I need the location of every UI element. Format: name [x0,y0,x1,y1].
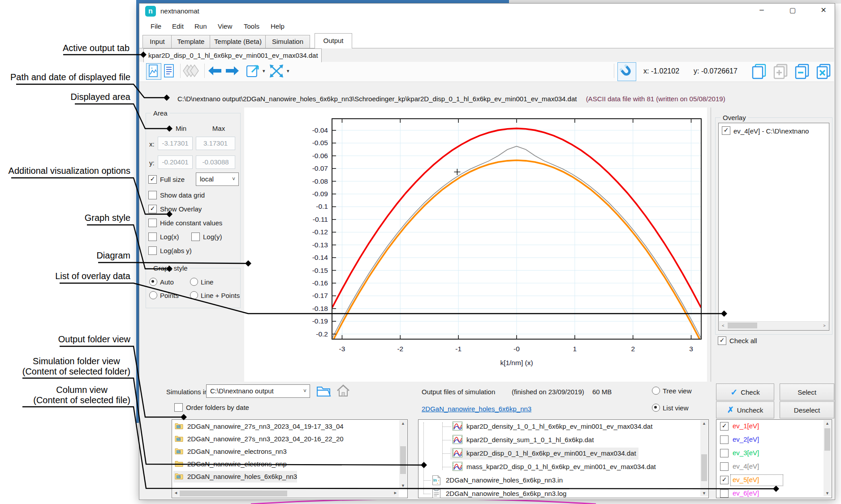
pages-close-icon[interactable] [815,63,832,79]
menu-file[interactable]: File [151,22,161,30]
scroll-right-icon[interactable]: ► [393,491,397,495]
column-name[interactable]: ev_2[eV] [733,435,759,443]
tab-template-beta[interactable]: Template (Beta) [210,35,266,48]
tab-simulation[interactable]: Simulation [265,35,310,48]
scale-dropdown[interactable]: local ˅ [196,172,239,186]
x-max-input[interactable]: 3.17301 [196,137,235,150]
home-icon[interactable] [336,384,350,398]
hide-constant-checkbox[interactable] [148,219,157,227]
column-name[interactable]: ev_4[eV] [733,462,759,470]
menu-tools[interactable]: Tools [244,22,259,30]
log-abs-checkbox[interactable] [148,246,157,255]
column-checkbox[interactable] [720,462,729,471]
radio-line[interactable] [190,278,198,286]
pages-remove-icon[interactable] [794,63,811,79]
scrollbar-thumb[interactable] [180,491,287,496]
tab-template[interactable]: Template [171,35,211,48]
simulation-link[interactable]: 2DGaN_nanowire_holes_6x6kp_nn3 [422,405,531,413]
radio-line-points[interactable] [190,291,198,299]
column-name[interactable]: ev_6[eV] [733,489,759,497]
file-name[interactable]: kpar2D_disp_0_1_hl_6x6kp_ev_min001_ev_ma… [466,449,636,457]
folder-row[interactable]: 2DGaN_nanowire_electrons_nn3 [175,447,399,458]
scroll-up-icon[interactable]: ▲ [825,421,829,426]
menu-view[interactable]: View [218,22,232,30]
radio-points[interactable] [149,291,157,299]
scrollbar-thumb[interactable] [400,446,406,474]
text-view-icon[interactable] [163,64,175,78]
show-data-grid-checkbox[interactable] [148,191,157,199]
check-button[interactable]: ✓ Check [716,383,774,401]
simulation-file-list[interactable]: kpar2D_density_1_0_1_hl_6x6kp_ev_min001_… [418,419,709,498]
folder-row[interactable]: 2DGaN_nanowire_electrons_nnp [175,459,399,471]
file-name[interactable]: kpar2D_density_sum_1_0_1_hl_6x6kp.dat [466,436,594,444]
check-all-checkbox[interactable] [718,336,726,345]
radio-auto[interactable] [149,278,157,286]
pages-copy-icon[interactable] [751,63,768,79]
column-checkbox[interactable] [720,435,729,444]
folder-row[interactable]: 2DGaN_nanowire_27s_nn3_2023_04_19-17_33_… [175,422,399,433]
tree-view-radio[interactable] [652,387,660,395]
diagram-plot[interactable]: -0.04-0.05-0.06-0.07-0.08-0.09-0.1-0.11-… [244,108,707,382]
column-name[interactable]: ev_1[eV] [733,422,759,430]
scroll-down-icon[interactable]: ▼ [401,483,405,488]
file-tab[interactable]: kpar2D_disp_0_1_hl_6x6kp_ev_min001_ev_ma… [143,48,322,62]
simulations-path-combo[interactable]: C:\D\nextnano output ˅ [206,384,310,398]
column-checkbox[interactable]: ✓ [720,422,729,431]
back-arrow-icon[interactable] [207,65,222,76]
scroll-left-icon[interactable]: < [720,323,727,329]
order-by-date-checkbox[interactable] [174,403,183,412]
column-checkbox[interactable]: ✓ [720,476,729,484]
scroll-up-icon[interactable]: ▲ [401,421,405,426]
scrollbar-thumb[interactable] [728,323,757,328]
forward-arrow-icon[interactable] [225,65,240,76]
scrollbar-thumb[interactable] [824,428,830,451]
export-icon[interactable] [246,63,262,79]
list-view-radio[interactable] [652,404,660,412]
folder-row[interactable]: 2DGaN_nanowire_27s_nn3_2023_04_20-16_22_… [175,434,399,446]
output-folder-list[interactable]: 2DGaN_nanowire_27s_nn3_2023_04_19-17_33_… [172,419,408,498]
open-folder-icon[interactable] [316,384,332,398]
overlay-hscrollbar[interactable]: < > [719,321,828,330]
log-y-checkbox[interactable] [191,233,200,241]
menu-help[interactable]: Help [271,22,285,30]
maximize-button[interactable]: ▢ [787,6,798,16]
diagram-view-icon[interactable] [146,63,161,80]
x-min-input[interactable]: -3.17301 [158,137,193,150]
minimize-button[interactable]: – [756,5,768,15]
file-name[interactable]: 2DGaN_nanowire_holes_6x6kp_nn3.log [446,490,566,497]
files-vscrollbar[interactable]: ▲▼ [700,420,708,496]
show-overlay-checkbox[interactable] [148,205,157,213]
log-x-checkbox[interactable] [148,233,157,241]
expand-icon[interactable] [269,64,284,78]
panel-splitter[interactable] [711,108,711,382]
menu-edit[interactable]: Edit [172,22,184,30]
close-button[interactable]: ✕ [818,6,829,16]
scroll-down-icon[interactable]: ▼ [702,491,706,495]
folders-vscrollbar[interactable]: ▲▼ [399,420,407,489]
tab-input[interactable]: Input [142,35,172,48]
columns-vscrollbar[interactable]: ▲▼ [824,420,831,496]
column-name[interactable]: ev_5[eV] [733,476,759,483]
scrollbar-thumb[interactable] [701,454,707,481]
file-name[interactable]: mass_kpar2D_disp_0_1_hl_6x6kp_ev_min001_… [466,463,656,470]
file-name[interactable]: 2DGaN_nanowire_holes_6x6kp_nn3.in [446,476,563,484]
expand-caret-icon[interactable]: ▾ [287,68,289,74]
uncheck-button[interactable]: ✗ Uncheck [716,401,774,418]
select-button[interactable]: Select [780,383,834,401]
tab-output[interactable]: Output [315,33,352,48]
column-list[interactable]: ✓ev_1[eV]ev_2[eV]ev_3[eV]ev_4[eV]✓ev_5[e… [716,419,832,498]
folders-hscrollbar[interactable]: ◄► [173,490,399,497]
column-checkbox[interactable] [720,489,729,498]
y-min-input[interactable]: -0.20401 [158,155,193,169]
scroll-down-icon[interactable]: ▼ [825,491,829,495]
scroll-up-icon[interactable]: ▲ [702,421,706,426]
column-checkbox[interactable] [720,449,729,457]
column-name[interactable]: ev_3[eV] [733,449,759,457]
export-caret-icon[interactable]: ▾ [263,68,265,74]
folder-row[interactable]: 2DGaN_nanowire_holes_6x6kp_nn3 [175,472,399,483]
snap-magnet-icon[interactable] [617,62,636,81]
deselect-button[interactable]: Deselect [780,401,834,418]
y-max-input[interactable]: -0.03088 [196,155,235,169]
overlay-item-checkbox[interactable] [722,126,730,135]
scroll-right-icon[interactable]: > [821,323,828,329]
